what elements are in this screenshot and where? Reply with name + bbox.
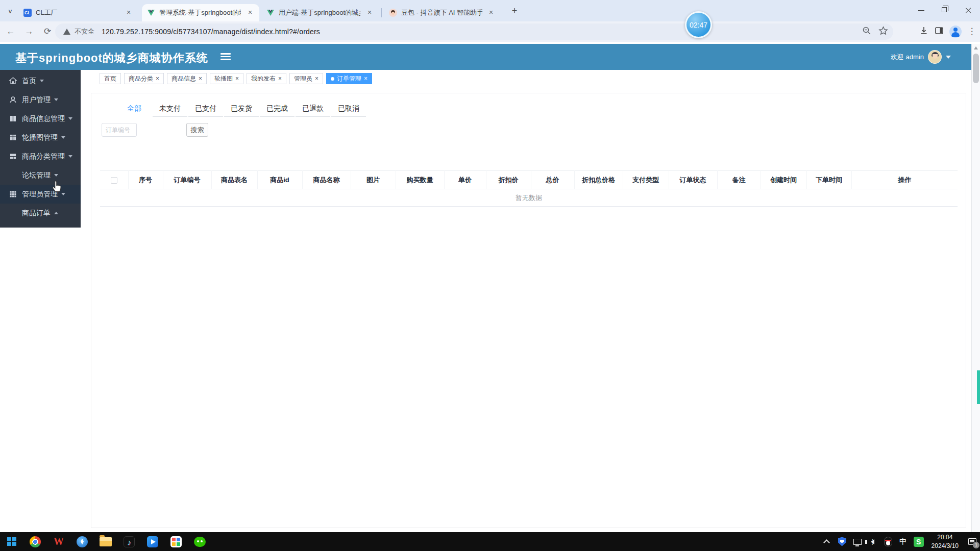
back-icon[interactable]: ← xyxy=(3,24,18,39)
browser-tab-title: CL工厂 xyxy=(36,8,58,17)
app-title: 基于springboot的城乡商城协作系统 xyxy=(15,51,208,66)
browser-tab-clgc[interactable]: CL CL工厂 × xyxy=(18,4,138,21)
sidebar-item-home[interactable]: 首页 xyxy=(0,71,81,90)
taskbar-chrome-icon[interactable] xyxy=(23,532,47,551)
minimize-button[interactable] xyxy=(910,0,933,20)
start-button[interactable] xyxy=(0,532,23,551)
tab-search-chevron-icon[interactable]: v xyxy=(5,6,15,16)
taskbar-browser-icon[interactable] xyxy=(70,532,94,551)
taskbar-player-icon[interactable] xyxy=(141,532,164,551)
category-icon xyxy=(9,152,17,161)
browser-tab-user[interactable]: 用户端-基于springboot的城乡 × xyxy=(261,4,379,21)
tag-close-icon[interactable]: × xyxy=(315,76,318,82)
tag-admin[interactable]: 管理员 × xyxy=(289,73,323,84)
taskbar-appstore-icon[interactable] xyxy=(164,532,188,551)
address-bar[interactable]: 不安全 120.79.252.175:9009/cl57734107/manag… xyxy=(55,23,893,40)
taskbar-explorer-icon[interactable] xyxy=(94,532,117,551)
order-number-input[interactable] xyxy=(102,123,137,137)
forward-icon[interactable]: → xyxy=(21,24,37,39)
side-panel-icon[interactable] xyxy=(934,26,944,38)
tag-close-icon[interactable]: × xyxy=(235,76,239,82)
sidebar-item-users[interactable]: 用户管理 xyxy=(0,90,81,109)
taskbar-clock[interactable]: 20:04 2024/3/10 xyxy=(932,533,959,550)
download-icon[interactable] xyxy=(919,26,929,38)
grid-icon xyxy=(9,190,17,198)
tag-goods-category[interactable]: 商品分类 × xyxy=(124,73,164,84)
col-remark: 备注 xyxy=(717,171,761,189)
tab-close-icon[interactable]: × xyxy=(487,9,495,17)
sidebar-item-forum[interactable]: 论坛管理 xyxy=(0,166,81,185)
filter-tab-cancelled[interactable]: 已取消 xyxy=(331,102,366,117)
tag-close-icon[interactable]: × xyxy=(364,76,368,82)
tray-sogou-icon[interactable]: S xyxy=(912,532,925,551)
new-tab-button[interactable]: + xyxy=(508,5,521,17)
restore-button[interactable] xyxy=(933,0,957,20)
col-goods-table: 商品表名 xyxy=(211,171,257,189)
sidebar-item-admin[interactable]: 管理员管理 xyxy=(0,185,81,204)
tag-order-management[interactable]: 订单管理 × xyxy=(326,73,372,84)
taskbar-wps-icon[interactable]: W xyxy=(47,532,70,551)
user-menu[interactable]: 欢迎admin xyxy=(891,44,951,70)
tag-home[interactable]: 首页 xyxy=(100,73,121,84)
vue-favicon xyxy=(266,9,275,17)
tray-qq-icon[interactable] xyxy=(881,532,895,551)
tray-network-icon[interactable] xyxy=(851,532,864,551)
browser-profile-icon[interactable] xyxy=(949,26,962,38)
browser-tab-manage[interactable]: 管理系统-基于springboot的城 × xyxy=(142,4,259,21)
tag-close-icon[interactable]: × xyxy=(278,76,282,82)
browser-menu-icon[interactable]: ⋮ xyxy=(967,24,977,39)
tab-close-icon[interactable]: × xyxy=(246,9,254,17)
url-text[interactable]: 120.79.252.175:9009/cl57734107/manage/di… xyxy=(102,28,320,36)
tab-close-icon[interactable]: × xyxy=(125,9,133,17)
tag-goods-info[interactable]: 商品信息 × xyxy=(167,73,207,84)
sidebar-item-orders[interactable]: 商品订单 xyxy=(0,204,81,222)
bookmark-star-icon[interactable] xyxy=(878,26,888,38)
app-body: 首页 用户管理 商品信息管理 xyxy=(0,70,971,532)
taskbar-douyin-icon[interactable]: ♪ xyxy=(117,532,141,551)
empty-state: 暂无数据 xyxy=(100,189,958,207)
tag-close-icon[interactable]: × xyxy=(156,76,159,82)
tray-shield-icon[interactable] xyxy=(836,532,849,551)
security-label[interactable]: 不安全 xyxy=(75,27,94,36)
col-pay-type: 支付类型 xyxy=(623,171,669,189)
reload-icon[interactable]: ⟳ xyxy=(40,24,55,39)
filter-tab-paid[interactable]: 已支付 xyxy=(188,102,223,117)
tag-my-posts[interactable]: 我的发布 × xyxy=(247,73,286,84)
sidebar-toggle-icon[interactable] xyxy=(220,53,231,61)
screen-recorder-timer[interactable]: 02:47 xyxy=(685,11,712,38)
search-button[interactable]: 搜索 xyxy=(186,123,208,137)
filter-tab-all[interactable]: 全部 xyxy=(117,102,152,117)
zoom-icon[interactable] xyxy=(862,26,871,37)
chevron-down-icon xyxy=(946,56,951,59)
ime-indicator[interactable]: 中 xyxy=(897,532,910,551)
page-scrollbar[interactable] xyxy=(971,44,980,532)
browser-tab-strip: v CL CL工厂 × 管理系统-基于springboot的城 × 用户端-基于… xyxy=(0,0,980,21)
tag-close-icon[interactable]: × xyxy=(199,76,202,82)
tray-expand-icon[interactable] xyxy=(820,532,834,551)
filter-tab-unpaid[interactable]: 未支付 xyxy=(153,102,187,117)
sidebar-item-goods-info[interactable]: 商品信息管理 xyxy=(0,109,81,128)
filter-tab-shipped[interactable]: 已发货 xyxy=(224,102,259,117)
close-button[interactable] xyxy=(957,0,980,20)
scrollbar-thumb[interactable] xyxy=(973,54,979,83)
doubao-favicon xyxy=(389,9,397,17)
col-image: 图片 xyxy=(351,171,396,189)
sidebar: 首页 用户管理 商品信息管理 xyxy=(0,70,81,532)
sidebar-item-category[interactable]: 商品分类管理 xyxy=(0,147,81,166)
sidebar-item-carousel[interactable]: 轮播图管理 xyxy=(0,128,81,147)
filter-tab-completed[interactable]: 已完成 xyxy=(260,102,295,117)
notification-center-icon[interactable]: 1 xyxy=(965,532,980,551)
scrollbar-up-arrow-icon[interactable] xyxy=(974,46,978,49)
chevron-down-icon xyxy=(54,98,58,101)
col-order-time: 下单时间 xyxy=(806,171,851,189)
tab-close-icon[interactable]: × xyxy=(365,9,374,17)
filter-tab-refunded[interactable]: 已退款 xyxy=(296,102,330,117)
tag-carousel[interactable]: 轮播图 × xyxy=(210,73,243,84)
tray-volume-icon[interactable] xyxy=(866,532,879,551)
taskbar-wechat-icon[interactable] xyxy=(188,532,211,551)
col-order-no: 订单编号 xyxy=(163,171,211,189)
browser-tab-doubao[interactable]: 豆包 - 抖音旗下 AI 智能助手 × xyxy=(384,4,500,21)
user-avatar[interactable] xyxy=(928,50,942,64)
select-all-checkbox[interactable] xyxy=(111,177,117,184)
col-unit-price: 单价 xyxy=(444,171,486,189)
